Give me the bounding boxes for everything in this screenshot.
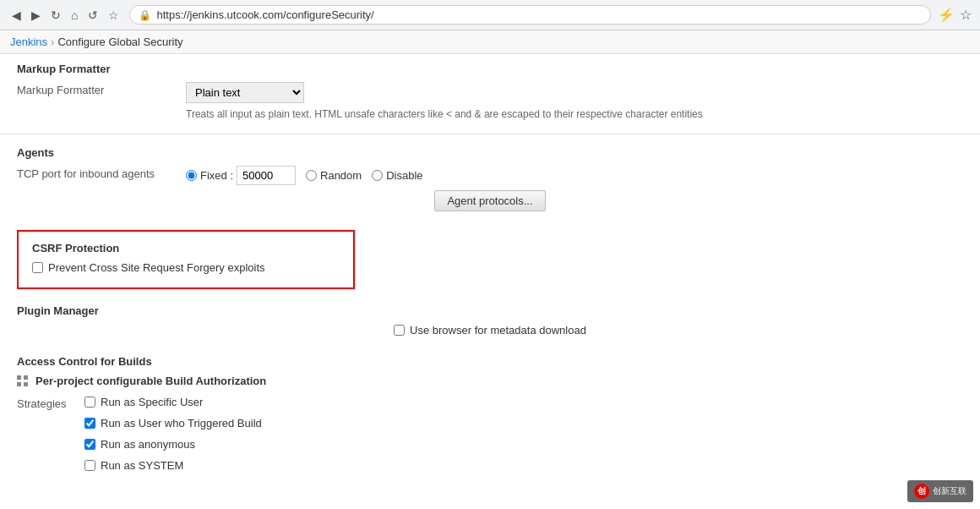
markup-formatter-control: Plain text (186, 82, 304, 103)
run-as-specific-user-checkbox[interactable] (84, 397, 95, 408)
list-item: Run as anonymous (84, 438, 262, 451)
list-item: Run as User who Triggered Build (84, 417, 262, 430)
run-as-user-triggered-checkbox[interactable] (84, 418, 95, 429)
plugin-manager-title: Plugin Manager (17, 304, 963, 317)
breadcrumb-separator: › (51, 36, 54, 48)
breadcrumb-root[interactable]: Jenkins (10, 36, 47, 48)
list-item: Run as SYSTEM (84, 459, 262, 472)
agents-control: Fixed : Random Disable (186, 166, 423, 185)
star-button[interactable]: ☆ (960, 7, 972, 23)
strategies-items: Run as Specific User Run as User who Tri… (84, 396, 262, 475)
markup-formatter-description: Treats all input as plain text. HTML uns… (17, 108, 963, 120)
csrf-checkbox-label: Prevent Cross Site Request Forgery explo… (48, 261, 265, 274)
access-control-title: Access Control for Builds (17, 355, 963, 368)
markup-formatter-row: Markup Formatter Plain text (17, 82, 963, 103)
history-button[interactable]: ↺ (84, 7, 101, 24)
per-project-label: Per-project configurable Build Authoriza… (35, 375, 266, 387)
fixed-radio[interactable] (186, 170, 197, 181)
csrf-title: CSRF Protection (32, 242, 340, 254)
markup-formatter-select[interactable]: Plain text (186, 82, 304, 103)
back-button[interactable]: ◀ (8, 7, 24, 24)
markup-formatter-title: Markup Formatter (17, 63, 963, 75)
grid-icon (17, 375, 29, 387)
browser-actions: ⚡ ☆ (938, 7, 972, 23)
agent-protocols-row: Agent protocols... (17, 190, 963, 211)
disable-label: Disable (386, 169, 422, 182)
run-as-user-triggered-label: Run as User who Triggered Build (101, 417, 262, 430)
tcp-radio-group: Fixed : Random Disable (186, 166, 423, 185)
random-radio[interactable] (306, 170, 317, 181)
strategies-label: Strategies (17, 396, 84, 410)
forward-button[interactable]: ▶ (28, 7, 44, 24)
breadcrumb: Jenkins › Configure Global Security (0, 30, 980, 54)
address-bar[interactable]: 🔒 https://jenkins.utcook.com/configureSe… (129, 5, 931, 25)
watermark-text: 创新互联 (933, 485, 966, 497)
agent-protocols-button[interactable]: Agent protocols... (434, 190, 545, 211)
nav-buttons: ◀ ▶ ↻ ⌂ ↺ ☆ (8, 7, 122, 24)
access-control-section: Access Control for Builds Per-project co… (0, 347, 980, 482)
run-as-anonymous-checkbox[interactable] (84, 439, 95, 450)
csrf-checkbox[interactable] (32, 262, 43, 273)
run-as-system-checkbox[interactable] (84, 460, 95, 471)
watermark-logo: 创 (914, 484, 929, 499)
breadcrumb-current: Configure Global Security (57, 36, 182, 48)
disable-radio-item: Disable (372, 169, 422, 182)
fixed-port-input[interactable] (237, 166, 296, 185)
run-as-anonymous-label: Run as anonymous (101, 438, 195, 451)
fixed-label: Fixed : (200, 169, 233, 182)
reload-button[interactable]: ↻ (47, 7, 64, 24)
tcp-label: TCP port for inbound agents (17, 166, 186, 180)
markup-formatter-label: Markup Formatter (17, 82, 186, 96)
lightning-button[interactable]: ⚡ (938, 7, 955, 23)
disable-radio[interactable] (372, 170, 383, 181)
markup-formatter-section: Markup Formatter Markup Formatter Plain … (0, 54, 980, 130)
csrf-checkbox-item: Prevent Cross Site Request Forgery explo… (32, 261, 340, 274)
random-radio-item: Random (306, 169, 362, 182)
bookmark-button[interactable]: ☆ (105, 7, 122, 24)
agents-tcp-row: TCP port for inbound agents Fixed : Rand… (17, 166, 963, 185)
plugin-manager-row: Use browser for metadata download (17, 324, 963, 337)
list-item: Run as Specific User (84, 396, 262, 408)
agents-section: Agents TCP port for inbound agents Fixed… (0, 138, 980, 223)
url-text: https://jenkins.utcook.com/configureSecu… (156, 8, 373, 21)
browser-metadata-checkbox[interactable] (394, 325, 405, 336)
lock-icon: 🔒 (139, 9, 151, 21)
plugin-manager-section: Plugin Manager Use browser for metadata … (0, 296, 980, 347)
per-project-row: Per-project configurable Build Authoriza… (17, 375, 963, 387)
csrf-protection-box: CSRF Protection Prevent Cross Site Reque… (17, 230, 355, 289)
browser-chrome: ◀ ▶ ↻ ⌂ ↺ ☆ 🔒 https://jenkins.utcook.com… (0, 0, 980, 30)
main-content: Markup Formatter Markup Formatter Plain … (0, 54, 980, 509)
browser-metadata-label: Use browser for metadata download (410, 324, 586, 337)
strategies-row: Strategies Run as Specific User Run as U… (17, 396, 963, 475)
run-as-system-label: Run as SYSTEM (101, 459, 183, 472)
random-label: Random (320, 169, 362, 182)
agents-title: Agents (17, 146, 963, 159)
fixed-radio-item: Fixed : (186, 166, 296, 185)
home-button[interactable]: ⌂ (68, 7, 81, 24)
watermark: 创 创新互联 (907, 480, 973, 502)
run-as-specific-user-label: Run as Specific User (101, 396, 203, 408)
